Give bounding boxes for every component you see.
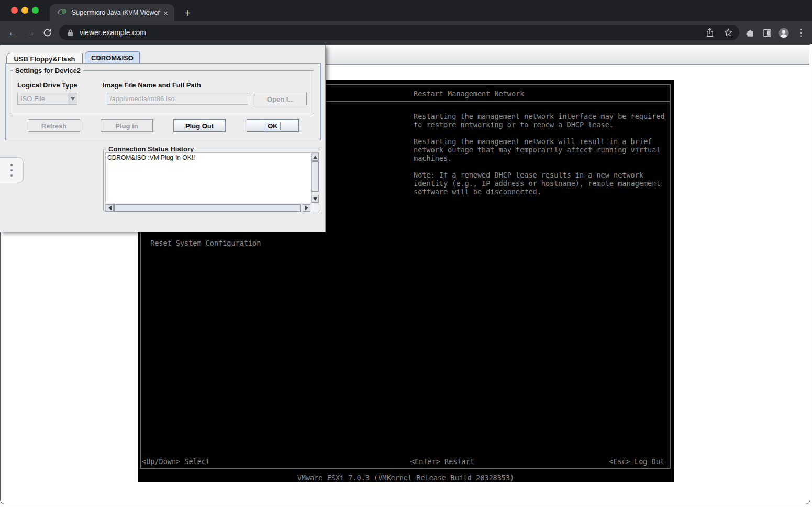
drawer-dot: [10, 164, 13, 166]
horizontal-scroll-thumb[interactable]: [114, 204, 301, 212]
plug-out-button[interactable]: Plug Out: [173, 119, 226, 132]
lock-icon: [66, 29, 74, 37]
scroll-left-icon[interactable]: [106, 204, 114, 212]
console-dialog-title: Restart Management Network: [414, 90, 524, 98]
history-group-title: Connection Status History: [106, 145, 196, 153]
console-hint-logout: <Esc> Log Out: [609, 457, 664, 466]
vertical-scroll-thumb[interactable]: [312, 161, 319, 192]
tab-cdrom-iso[interactable]: CDROM&ISO: [85, 51, 140, 64]
ok-button-label: OK: [265, 122, 281, 130]
side-panel-icon[interactable]: [761, 27, 773, 39]
window-minimize-button[interactable]: [21, 7, 28, 14]
browser-menu-kebab-icon[interactable]: ⋮: [795, 27, 807, 39]
console-body-text: Restarting the management network interf…: [414, 112, 668, 204]
drawer-dot: [10, 174, 13, 177]
back-icon[interactable]: ←: [5, 21, 20, 44]
history-log-area[interactable]: CDROM&ISO :VM Plug-In OK!!: [105, 152, 311, 203]
window-close-button[interactable]: [11, 7, 18, 14]
chevron-down-icon[interactable]: [68, 93, 77, 104]
image-path-label: Image File Name and Full Path: [103, 81, 201, 89]
extensions-puzzle-icon[interactable]: [744, 27, 756, 39]
logical-drive-type-label: Logical Drive Type: [17, 81, 77, 89]
scroll-right-icon[interactable]: [303, 204, 310, 212]
history-vertical-scrollbar[interactable]: [311, 152, 319, 203]
supermicro-favicon-icon: [57, 8, 67, 17]
logical-drive-type-select[interactable]: ISO File: [17, 93, 77, 105]
console-paragraph: Restarting the management network interf…: [414, 112, 668, 129]
forward-icon[interactable]: →: [23, 21, 38, 44]
logical-drive-type-value: ISO File: [18, 95, 68, 103]
profile-avatar[interactable]: [778, 27, 789, 39]
image-path-field[interactable]: /app/vmedia/mt86.iso: [107, 93, 248, 105]
settings-group: Settings for Device2: [10, 70, 314, 114]
side-drawer-handle[interactable]: [0, 157, 24, 183]
browser-tabstrip: Supermicro Java iKVM Viewer × +: [0, 0, 812, 21]
browser-tab[interactable]: Supermicro Java iKVM Viewer ×: [50, 4, 174, 21]
console-hint-select: <Up/Down> Select: [142, 457, 210, 466]
history-log-line: CDROM&ISO :VM Plug-In OK!!: [106, 153, 311, 163]
settings-group-title: Settings for Device2: [13, 67, 83, 74]
console-menu-item-reset-system-configuration: Reset System Configuration: [150, 239, 261, 247]
browser-toolbar: ← → viewer.example.com: [0, 21, 812, 44]
window-zoom-button[interactable]: [32, 7, 39, 14]
drawer-dot: [10, 169, 13, 171]
bookmark-star-icon[interactable]: [724, 28, 733, 37]
tab-usb-floppy-flash[interactable]: USB Floppy&Flash: [6, 53, 83, 64]
page: Supermicro Java iKVM Viewer × + ← → view…: [0, 0, 812, 507]
open-image-button[interactable]: Open I...: [254, 93, 307, 105]
share-icon[interactable]: [706, 28, 714, 37]
connection-status-history-group: Connection Status History CDROM&ISO :VM …: [103, 149, 320, 211]
scroll-up-icon[interactable]: [312, 153, 319, 161]
console-hint-restart: <Enter> Restart: [410, 457, 474, 466]
ok-button[interactable]: OK: [247, 119, 299, 132]
scroll-down-icon[interactable]: [312, 195, 319, 203]
console-footer-version: VMware ESXi 7.0.3 (VMKernel Release Buil…: [138, 473, 674, 482]
url-text[interactable]: viewer.example.com: [80, 28, 146, 37]
history-horizontal-scrollbar[interactable]: [105, 204, 319, 212]
address-bar[interactable]: viewer.example.com: [59, 25, 739, 40]
console-paragraph: Restarting the management network will r…: [414, 137, 668, 162]
reload-icon[interactable]: [39, 21, 55, 44]
tab-close-icon[interactable]: ×: [162, 9, 169, 17]
tab-title: Supermicro Java iKVM Viewer: [72, 9, 160, 16]
new-tab-button[interactable]: +: [181, 7, 194, 20]
plug-in-button[interactable]: Plug in: [101, 119, 153, 132]
refresh-button[interactable]: Refresh: [28, 119, 80, 132]
console-paragraph: Note: If a renewed DHCP lease results in…: [414, 171, 668, 196]
virtual-media-dialog: USB Floppy&Flash CDROM&ISO Settings for …: [0, 45, 326, 232]
